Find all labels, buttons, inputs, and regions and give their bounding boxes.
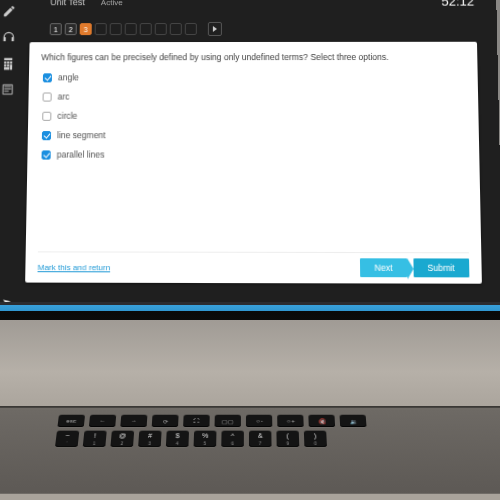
timer: TIME REMAINING 52:12	[418, 0, 474, 9]
key-overview[interactable]: ▢▢	[215, 415, 241, 427]
key-mute[interactable]: 🔇	[308, 415, 335, 427]
option-line-segment[interactable]: line segment	[42, 130, 467, 140]
option-label: circle	[57, 111, 77, 121]
keyboard: esc ← → ⟳ ⛶ ▢▢ ☼- ☼+ 🔇 🔉 ~` !1 @2 #3 $4 …	[0, 406, 500, 494]
question-prompt: Which figures can be precisely defined b…	[41, 52, 465, 62]
checkbox-icon[interactable]	[42, 131, 51, 140]
calculator-icon[interactable]	[1, 56, 15, 70]
option-label: angle	[58, 72, 79, 82]
checkbox-icon[interactable]	[42, 150, 51, 159]
page-subtitle: Unit Test	[50, 0, 85, 8]
option-circle[interactable]: circle	[42, 111, 466, 121]
question-card: Which figures can be precisely defined b…	[25, 42, 482, 284]
option-label: parallel lines	[57, 149, 105, 159]
card-footer: Mark this and return Next Submit	[37, 251, 469, 277]
option-angle[interactable]: angle	[43, 72, 466, 82]
key-tilde[interactable]: ~`	[55, 431, 79, 447]
key-4[interactable]: $4	[166, 431, 189, 447]
key-0[interactable]: )0	[304, 431, 327, 447]
fn-row: esc ← → ⟳ ⛶ ▢▢ ☼- ☼+ 🔇 🔉	[57, 415, 489, 427]
key-9[interactable]: (9	[276, 431, 299, 447]
num-row: ~` !1 @2 #3 $4 %5 ^6 &7 (9 )0	[55, 431, 492, 447]
headphones-icon[interactable]	[2, 30, 16, 44]
pager-1[interactable]: 1	[50, 23, 62, 35]
play-button[interactable]	[208, 22, 222, 36]
key-back[interactable]: ←	[89, 415, 116, 427]
checkbox-icon[interactable]	[43, 92, 52, 101]
pager-slot[interactable]	[170, 23, 182, 35]
play-icon	[213, 26, 217, 32]
key-fullscreen[interactable]: ⛶	[183, 415, 210, 427]
key-refresh[interactable]: ⟳	[152, 415, 179, 427]
key-5[interactable]: %5	[194, 431, 217, 447]
question-pager: 1 2 3	[0, 20, 497, 43]
key-7[interactable]: &7	[249, 431, 272, 447]
note-icon[interactable]	[0, 82, 14, 96]
pager-slot[interactable]	[185, 23, 197, 35]
pager-2[interactable]: 2	[65, 23, 77, 35]
screen: Unit Test Unit Test Active TIME REMAININ…	[0, 0, 500, 315]
pager-slot[interactable]	[155, 23, 167, 35]
laptop-body: esc ← → ⟳ ⛶ ▢▢ ☼- ☼+ 🔇 🔉 ~` !1 @2 #3 $4 …	[0, 302, 500, 500]
key-esc[interactable]: esc	[57, 415, 85, 427]
key-1[interactable]: !1	[83, 431, 107, 447]
next-button[interactable]: Next	[360, 258, 407, 277]
option-arc[interactable]: arc	[43, 91, 466, 101]
checkbox-icon[interactable]	[43, 73, 52, 82]
key-forward[interactable]: →	[120, 415, 147, 427]
key-bright-up[interactable]: ☼+	[277, 415, 304, 427]
submit-button[interactable]: Submit	[413, 258, 469, 277]
key-bright-down[interactable]: ☼-	[246, 415, 272, 427]
options-list: angle arc circle line segment parallel l…	[42, 72, 468, 160]
option-parallel-lines[interactable]: parallel lines	[42, 149, 468, 160]
pager-slot[interactable]	[140, 23, 152, 35]
key-3[interactable]: #3	[138, 431, 161, 447]
option-label: arc	[58, 91, 70, 101]
pager-3[interactable]: 3	[80, 23, 92, 35]
pager-slot[interactable]	[95, 23, 107, 35]
pager-slot[interactable]	[125, 23, 137, 35]
timer-value: 52:12	[418, 0, 474, 9]
topbar: Unit Test Unit Test Active TIME REMAININ…	[0, 0, 497, 20]
status-active: Active	[101, 0, 123, 8]
key-2[interactable]: @2	[110, 431, 134, 447]
key-6[interactable]: ^6	[221, 431, 244, 447]
key-vol-down[interactable]: 🔉	[339, 415, 366, 427]
checkbox-icon[interactable]	[42, 111, 51, 120]
mark-return-link[interactable]: Mark this and return	[38, 262, 111, 272]
option-label: line segment	[57, 130, 106, 140]
pager-slot[interactable]	[110, 23, 122, 35]
